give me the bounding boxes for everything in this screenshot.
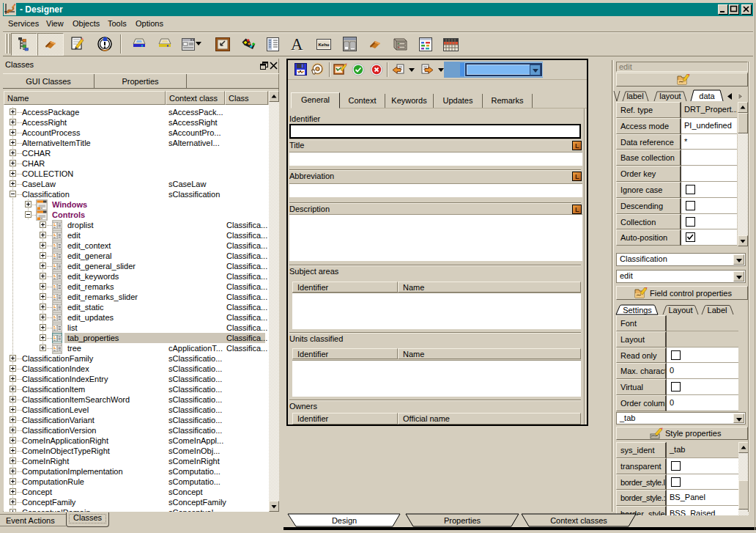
svg-text:Design: Design	[332, 516, 357, 525]
svg-text:Properties: Properties	[444, 516, 481, 525]
svg-text:data: data	[699, 92, 715, 100]
svg-text:Layout: Layout	[668, 306, 692, 315]
svg-text:Context classes: Context classes	[550, 516, 607, 525]
svg-text:Kehu: Kehu	[319, 43, 330, 47]
svg-text:Label: Label	[708, 306, 727, 315]
svg-text:Settings: Settings	[623, 306, 652, 315]
svg-text:label: label	[626, 92, 643, 100]
svg-text:layout: layout	[659, 92, 681, 100]
